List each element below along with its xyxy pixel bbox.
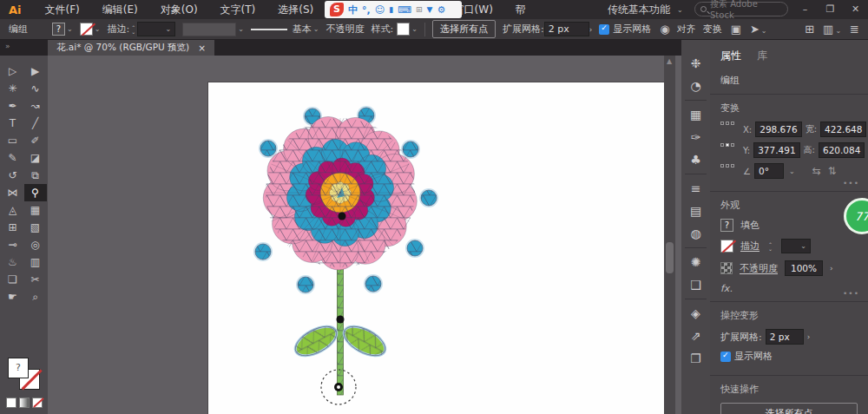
x-input[interactable]: 298.676 <box>755 122 801 137</box>
y-input[interactable]: 377.491 <box>753 142 799 158</box>
slice-tool-icon[interactable]: ✂ <box>24 271 47 288</box>
chevron-down-icon[interactable]: ⌄ <box>67 25 73 33</box>
mesh-tool-icon[interactable]: ⊞ <box>2 219 24 236</box>
hand-tool-icon[interactable]: ☛ <box>2 288 24 306</box>
flip-vertical-icon[interactable]: ⇅ <box>828 165 837 177</box>
stroke-swatch[interactable] <box>720 240 733 253</box>
globe-icon[interactable]: ◉ <box>660 23 669 36</box>
ime-skin-icon[interactable]: ▼ <box>427 5 433 14</box>
document-tab[interactable]: 花.ai* @ 70% (RGB/GPU 预览) × <box>48 40 214 56</box>
flower-artwork[interactable] <box>208 82 667 414</box>
transform-menu[interactable]: 变换 <box>703 23 722 36</box>
vertical-scrollbar[interactable]: ▲ <box>664 56 675 414</box>
minimize-button[interactable]: – <box>792 0 818 19</box>
brushes-icon[interactable]: ✑ <box>681 126 710 148</box>
blue-dot[interactable] <box>364 274 383 293</box>
fill-indicator[interactable]: ? <box>8 358 29 378</box>
export-icon[interactable]: ⇗ <box>681 325 710 347</box>
appearance-icon[interactable]: ✺ <box>681 251 710 273</box>
menu-item-2[interactable]: 对象(O) <box>149 0 209 19</box>
flip-horizontal-icon[interactable]: ⇆ <box>812 165 821 177</box>
eraser-tool-icon[interactable]: ◪ <box>24 149 47 167</box>
curvature-tool-icon[interactable]: ↝ <box>24 97 47 115</box>
ime-lang-toggle[interactable]: 中 <box>348 3 358 16</box>
chevron-down-icon[interactable]: ⌄ <box>313 25 319 33</box>
type-tool-icon[interactable]: T <box>2 115 24 132</box>
document-layout-icon[interactable]: ▥⌄ <box>823 23 841 36</box>
workspace-switcher[interactable]: 传统基本功能 ⌄ <box>608 0 683 19</box>
restore-button[interactable]: ❐ <box>818 0 843 19</box>
lasso-tool-icon[interactable]: ∿ <box>24 80 47 97</box>
tab-libraries[interactable]: 库 <box>757 49 767 63</box>
reference-point-grid[interactable] <box>720 122 734 184</box>
bounding-box-icon[interactable]: ▣ <box>731 23 741 36</box>
ime-punctuation-toggle[interactable]: °, <box>362 4 371 16</box>
graphic-styles-icon[interactable]: ❑ <box>681 273 710 296</box>
fill-label[interactable]: 填色 <box>740 219 760 232</box>
none-button[interactable] <box>32 398 43 408</box>
appearance-more-options[interactable]: ••• <box>843 289 859 298</box>
ime-emoji-icon[interactable]: ☺ <box>375 4 385 16</box>
stroke-weight-dropdown[interactable]: ⌄ <box>137 22 175 36</box>
leaf-right[interactable] <box>339 320 390 361</box>
fill-swatch[interactable]: ? <box>52 23 65 36</box>
ime-mic-icon[interactable]: ▮ <box>389 5 393 14</box>
shape-builder-tool-icon[interactable]: ◬ <box>2 201 24 219</box>
width-input[interactable]: 422.648 <box>820 122 866 137</box>
artboard-tool-icon[interactable]: ❏ <box>2 271 24 288</box>
layers-icon[interactable]: ◈ <box>681 302 710 325</box>
rectangle-tool-icon[interactable]: ▭ <box>2 132 24 149</box>
fill-stroke-indicator[interactable]: ? <box>8 358 41 391</box>
select-all-points-button[interactable]: 选择所有点 <box>432 20 496 38</box>
zoom-tool-icon[interactable]: ⌕ <box>24 288 47 306</box>
fx-button[interactable]: fx. <box>720 283 858 294</box>
opacity-spinner[interactable]: › <box>830 264 833 273</box>
gradient-icon[interactable]: ▤ <box>681 200 710 222</box>
height-input[interactable]: 620.084 <box>819 142 865 158</box>
expand-mesh-input[interactable]: 2 px <box>544 22 589 36</box>
arrange-documents-icon[interactable]: ⊞ <box>805 23 814 36</box>
blue-dot[interactable] <box>405 239 424 258</box>
chevron-down-icon[interactable]: ⌄ <box>411 25 418 33</box>
scale-tool-icon[interactable]: ⧉ <box>24 167 47 184</box>
color-panel-icon[interactable]: ❉ <box>681 52 710 75</box>
blend-tool-icon[interactable]: ◎ <box>24 236 47 253</box>
leaf-left[interactable] <box>291 320 341 361</box>
magic-wand-tool-icon[interactable]: ✳ <box>2 80 24 97</box>
stroke-label[interactable]: 描边 <box>740 240 760 253</box>
stock-search-input[interactable]: 搜索 Adobe Stock <box>694 2 788 16</box>
opacity-label[interactable]: 不透明度 <box>326 23 365 36</box>
menu-item-3[interactable]: 文字(T) <box>209 0 267 19</box>
tab-close-icon[interactable]: × <box>198 43 206 53</box>
chevron-down-icon[interactable]: ⌄ <box>95 25 101 33</box>
direct-selection-tool-icon[interactable]: ▷ <box>2 62 24 80</box>
control-bar-menu-icon[interactable]: ≣ <box>850 23 859 36</box>
pencil-tool-icon[interactable]: ✎ <box>2 149 24 167</box>
scrollbar-thumb[interactable] <box>666 242 674 273</box>
expand-mesh-spinner[interactable]: › <box>589 25 593 34</box>
blue-dot[interactable] <box>419 188 438 207</box>
blue-dot[interactable] <box>296 275 315 294</box>
chevron-down-icon[interactable]: ⌄ <box>789 168 795 175</box>
stroke-weight-stepper[interactable]: ⌃⌄ <box>131 25 135 34</box>
puppet-pin[interactable] <box>337 316 345 324</box>
symbols-icon[interactable]: ♣ <box>681 148 710 171</box>
stroke-icon[interactable]: ≡ <box>681 177 710 200</box>
menu-item-0[interactable]: 文件(F) <box>34 0 91 19</box>
brush-definition-dropdown[interactable]: 基本 <box>293 23 312 36</box>
select-all-points-button[interactable]: 选择所有点 <box>720 403 858 414</box>
paintbrush-tool-icon[interactable]: ✐ <box>24 132 47 149</box>
isolate-selection-icon[interactable]: ➤⌄ <box>750 23 767 36</box>
show-mesh-checkbox[interactable] <box>720 352 731 362</box>
pen-tool-icon[interactable]: ✒ <box>2 97 24 115</box>
sogou-logo-icon[interactable]: S <box>330 3 344 16</box>
graph-tool-icon[interactable]: ▥ <box>24 253 47 271</box>
swatches-icon[interactable]: ▦ <box>681 103 710 126</box>
color-button[interactable] <box>6 398 16 408</box>
artboard[interactable] <box>208 82 667 414</box>
perspective-grid-tool-icon[interactable]: ▦ <box>24 201 47 219</box>
opacity-label[interactable]: 不透明度 <box>740 262 778 275</box>
puppet-pin[interactable] <box>339 213 346 220</box>
artboards-icon[interactable]: ❐ <box>681 347 710 370</box>
ime-toolbar[interactable]: S 中 °, ☺ ▮ ⌨ ⊞ ▼ ⚙ <box>325 1 462 18</box>
